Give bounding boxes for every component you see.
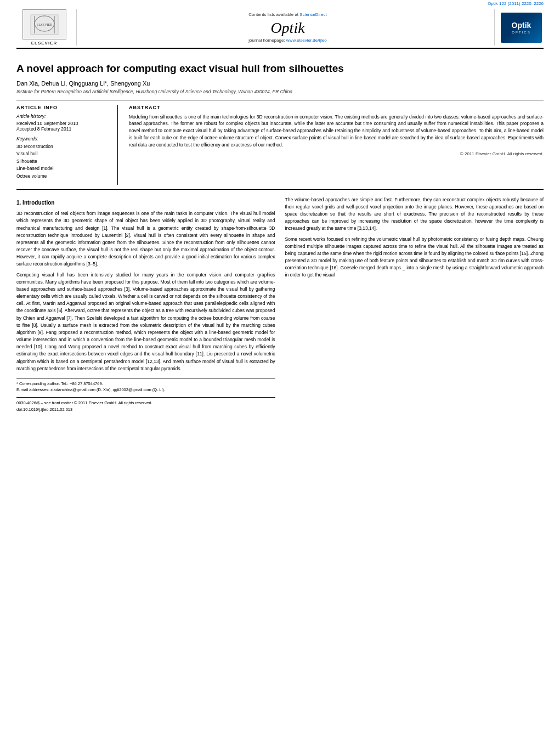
journal-center-info: Contents lists available at ScienceDirec…: [81, 9, 494, 46]
article-info-panel: ARTICLE INFO Article history: Received 1…: [16, 105, 118, 185]
copyright-line: © 2011 Elsevier GmbH. All rights reserve…: [129, 151, 544, 156]
body-columns: 1. Introduction 3D reconstruction of rea…: [16, 196, 544, 413]
depth-maps-text: depth maps _: [376, 265, 405, 270]
keyword-2: Visual hull: [16, 150, 112, 158]
history-section: Article history: Received 10 September 2…: [16, 114, 112, 132]
optik-logo: Optik OPTICS: [494, 9, 544, 46]
article-info-title: ARTICLE INFO: [16, 105, 112, 110]
received-date: Received 10 September 2010: [16, 121, 112, 126]
article-title: A novel approach for computing exact vis…: [16, 62, 544, 76]
main-content: A novel approach for computing exact vis…: [0, 49, 560, 418]
authors-line: Dan Xia, Dehua Li, Qingguang Li*, Shengy…: [16, 80, 544, 87]
right-para-1: The volume-based approaches are simple a…: [285, 196, 544, 233]
keyword-1: 3D reconstruction: [16, 143, 112, 151]
homepage-url[interactable]: www.elsevier.de/ijleo: [286, 38, 327, 43]
abstract-text: Modeling from silhouettes is one of the …: [129, 114, 544, 149]
accepted-date: Accepted 8 February 2011: [16, 126, 112, 132]
keywords-section: Keywords: 3D reconstruction Visual hull …: [16, 136, 112, 180]
footnote-corresponding: * Corresponding author. Tel.: +86 27 875…: [16, 381, 275, 387]
left-para-2: Computing visual hull has been intensive…: [16, 271, 275, 372]
keyword-5: Octree volume: [16, 173, 112, 180]
left-para-1: 3D reconstruction of real objects from i…: [16, 210, 275, 268]
keywords-list: 3D reconstruction Visual hull Silhouette…: [16, 143, 112, 180]
keyword-3: Silhouette: [16, 158, 112, 166]
elsevier-text: ELSEVIER: [31, 41, 58, 46]
contents-link: Contents lists available at ScienceDirec…: [248, 12, 326, 17]
page-container: Optik 122 (2011) 2220–2226 ELSEVIER ELSE…: [0, 0, 560, 741]
journal-name: Optik: [270, 19, 304, 37]
info-abstract-section: ARTICLE INFO Article history: Received 1…: [16, 100, 544, 190]
keywords-label: Keywords:: [16, 136, 112, 142]
history-label: Article history:: [16, 114, 112, 119]
right-column: The volume-based approaches are simple a…: [285, 196, 544, 413]
optik-logo-box: Optik OPTICS: [501, 13, 542, 43]
footnote-doi: doi:10.1016/j.ijleo.2011.02.013: [16, 406, 275, 413]
footnote-bottom: 0030-4026/$ – see front matter © 2011 El…: [16, 397, 275, 412]
article-reference: Optik 122 (2011) 2220–2226: [0, 0, 560, 6]
left-column: 1. Introduction 3D reconstruction of rea…: [16, 196, 275, 413]
abstract-panel: ABSTRACT Modeling from silhouettes is on…: [129, 105, 544, 185]
elsevier-logo-image: ELSEVIER: [22, 9, 66, 39]
footnote-license: 0030-4026/$ – see front matter © 2011 El…: [16, 400, 275, 406]
sciencedirect-link[interactable]: ScienceDirect: [299, 12, 326, 17]
intro-title: 1. Introduction: [16, 199, 275, 207]
elsevier-logo: ELSEVIER ELSEVIER: [16, 9, 77, 46]
affiliation: Institute for Pattern Recognition and Ar…: [16, 89, 544, 94]
journal-homepage: journal homepage: www.elsevier.de/ijleo: [248, 38, 326, 43]
keyword-4: Line-based model: [16, 165, 112, 173]
svg-text:ELSEVIER: ELSEVIER: [36, 23, 52, 26]
journal-header: ELSEVIER ELSEVIER Contents lists availab…: [16, 6, 544, 49]
footnote-divider: * Corresponding author. Tel.: +86 27 875…: [16, 378, 275, 393]
right-para-2: Some recent works focused on refining th…: [285, 236, 544, 279]
footnote-email: E-mail addresses: xiadanchina@gmail.com …: [16, 387, 275, 393]
article-ref-text: Optik 122 (2011) 2220–2226: [488, 1, 544, 6]
abstract-title: ABSTRACT: [129, 105, 544, 110]
